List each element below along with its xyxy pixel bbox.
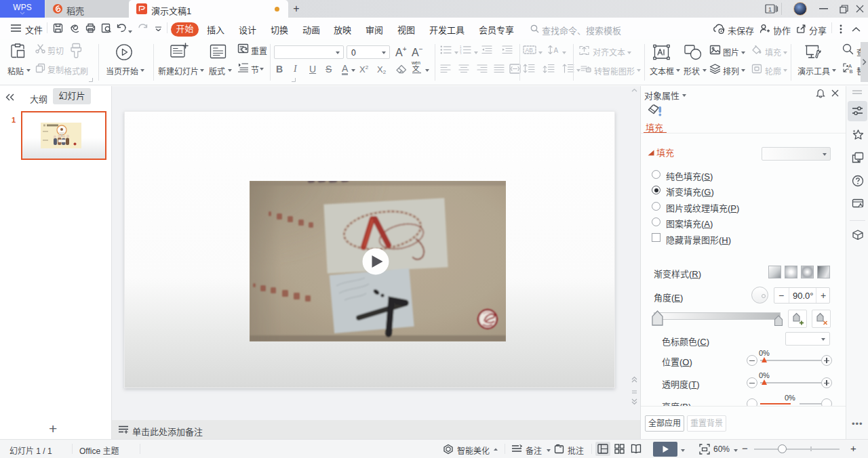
svg-text:A: A	[554, 47, 559, 54]
svg-text:1: 1	[768, 6, 772, 13]
svg-text:文: 文	[412, 63, 420, 73]
svg-text:AB: AB	[526, 47, 534, 54]
svg-text:B: B	[850, 68, 853, 74]
svg-text:3: 3	[460, 52, 462, 55]
